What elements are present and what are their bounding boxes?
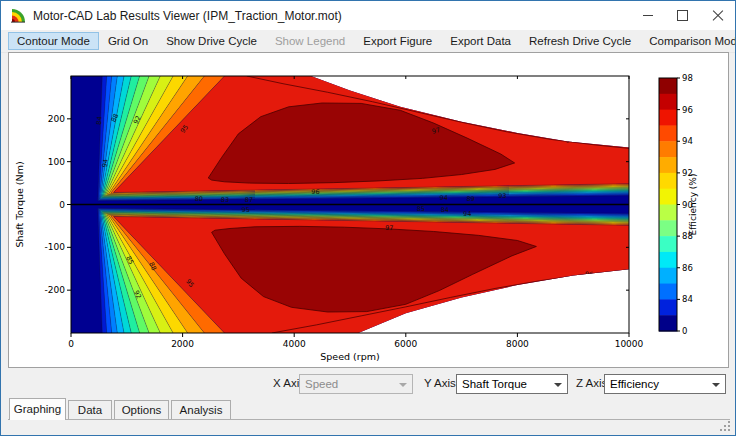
- y-axis-combo-value: Shaft Torque: [462, 378, 527, 390]
- toolbar-refresh-drive-cycle[interactable]: Refresh Drive Cycle: [520, 32, 640, 50]
- y-axis-control-label: Y Axis:: [424, 377, 459, 389]
- svg-text:89: 89: [466, 195, 474, 203]
- svg-text:96: 96: [584, 270, 593, 279]
- tab-strip-divider: [8, 419, 730, 420]
- close-button[interactable]: [700, 1, 735, 30]
- svg-text:10000: 10000: [615, 339, 644, 349]
- title-bar: Motor-CAD Lab Results Viewer (IPM_Tracti…: [1, 1, 735, 30]
- tab-graphing[interactable]: Graphing: [9, 398, 66, 420]
- tab-analysis[interactable]: Analysis: [171, 400, 231, 419]
- toolbar-export-data[interactable]: Export Data: [441, 32, 520, 50]
- svg-text:85: 85: [417, 205, 425, 213]
- svg-text:86: 86: [682, 263, 693, 273]
- svg-text:200: 200: [48, 114, 65, 124]
- toolbar-contour-mode[interactable]: Contour Mode: [8, 32, 99, 50]
- svg-text:87: 87: [245, 196, 253, 204]
- dropdown-arrow-icon: [395, 375, 411, 393]
- minimize-icon: [643, 15, 653, 16]
- svg-text:Shaft Torque (Nm): Shaft Torque (Nm): [14, 161, 25, 247]
- window-title: Motor-CAD Lab Results Viewer (IPM_Tracti…: [33, 9, 342, 23]
- svg-text:84: 84: [95, 116, 104, 125]
- toolbar-show-legend: Show Legend: [266, 32, 354, 50]
- plot-panel: 8892959484808387969489939585849497979696…: [8, 52, 729, 368]
- z-axis-combo-value: Efficiency: [610, 378, 659, 390]
- efficiency-contour-plot[interactable]: 8892959484808387969489939585849497979696…: [9, 53, 728, 367]
- svg-text:96: 96: [682, 105, 693, 115]
- y-axis-combo[interactable]: Shaft Torque: [456, 374, 568, 394]
- tab-options[interactable]: Options: [114, 400, 169, 419]
- svg-text:93: 93: [498, 192, 506, 200]
- svg-text:Speed (rpm): Speed (rpm): [320, 351, 379, 362]
- svg-text:-100: -100: [45, 242, 66, 252]
- dropdown-arrow-icon: [708, 375, 724, 393]
- svg-text:97: 97: [385, 224, 394, 233]
- svg-text:8000: 8000: [506, 339, 529, 349]
- toolbar-export-figure[interactable]: Export Figure: [354, 32, 441, 50]
- svg-text:94: 94: [682, 136, 693, 146]
- x-axis-combo-value: Speed: [305, 378, 338, 390]
- resize-grip[interactable]: [720, 421, 731, 432]
- tab-data[interactable]: Data: [68, 400, 112, 419]
- toolbar-grid-on[interactable]: Grid On: [99, 32, 157, 50]
- svg-text:Efficiency (%): Efficiency (%): [688, 174, 698, 236]
- svg-text:2000: 2000: [171, 339, 194, 349]
- x-axis-combo: Speed: [299, 374, 413, 394]
- maximize-icon: [677, 10, 688, 21]
- svg-text:96: 96: [565, 136, 575, 145]
- svg-text:83: 83: [221, 196, 229, 204]
- svg-text:4000: 4000: [283, 339, 306, 349]
- svg-text:95: 95: [242, 206, 250, 214]
- close-icon: [712, 10, 724, 22]
- toolbar-comparison-mode[interactable]: Comparison Mode: [640, 32, 736, 50]
- z-axis-combo[interactable]: Efficiency: [604, 374, 726, 394]
- maximize-button[interactable]: [665, 1, 700, 30]
- svg-text:84: 84: [441, 206, 449, 214]
- minimize-button[interactable]: [630, 1, 665, 30]
- app-window: Motor-CAD Lab Results Viewer (IPM_Tracti…: [0, 0, 736, 436]
- svg-text:80: 80: [195, 195, 203, 203]
- svg-text:6000: 6000: [394, 339, 417, 349]
- svg-text:0: 0: [59, 200, 65, 210]
- svg-text:0: 0: [682, 326, 687, 336]
- svg-text:84: 84: [682, 294, 693, 304]
- toolbar-show-drive-cycle[interactable]: Show Drive Cycle: [157, 32, 266, 50]
- svg-text:98: 98: [682, 73, 693, 83]
- svg-text:0: 0: [68, 339, 74, 349]
- svg-text:96: 96: [311, 188, 319, 196]
- motor-cad-app-icon: [10, 8, 26, 24]
- caption-buttons: [630, 1, 735, 30]
- toolbar: Contour Mode Grid On Show Drive Cycle Sh…: [1, 30, 735, 53]
- svg-text:94: 94: [440, 194, 448, 202]
- svg-text:100: 100: [48, 157, 65, 167]
- dropdown-arrow-icon: [550, 375, 566, 393]
- svg-text:94: 94: [463, 210, 471, 218]
- svg-text:-200: -200: [45, 285, 66, 295]
- svg-text:94: 94: [101, 158, 111, 168]
